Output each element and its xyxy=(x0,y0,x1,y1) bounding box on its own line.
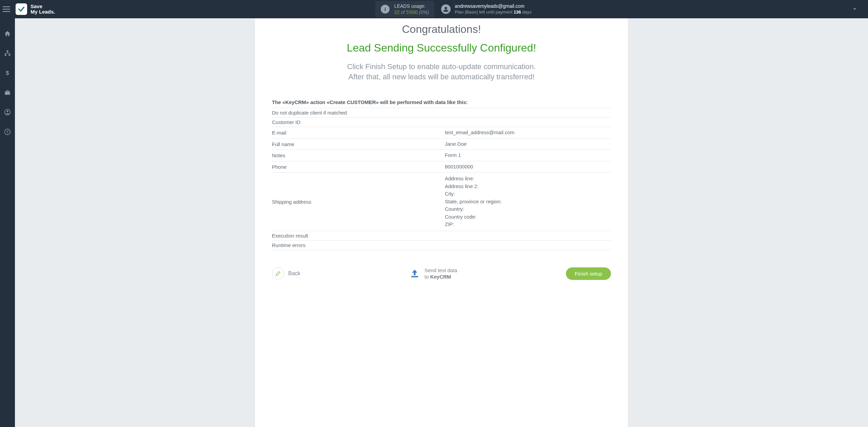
sitemap-icon xyxy=(4,50,11,57)
sidebar-nav: $ ? xyxy=(0,18,15,427)
table-row: Runtime errors xyxy=(272,241,611,250)
send-test-line2: to KeyCRM xyxy=(425,273,457,280)
table-row: Notes Form 1 xyxy=(272,150,611,161)
congrats-heading: Congratulations! xyxy=(272,23,611,36)
table-row: Full name Jane Doe xyxy=(272,139,611,150)
brand-logo[interactable] xyxy=(16,3,27,15)
footer-actions: Back Send test data to KeyCRM Finish set… xyxy=(272,264,611,280)
table-row: Customer ID xyxy=(272,118,611,127)
leads-usage-values: 22 of 5'000 (0%) xyxy=(394,9,429,15)
sidebar-item-billing[interactable]: $ xyxy=(0,68,15,78)
svg-point-0 xyxy=(445,7,447,9)
sidebar-item-help[interactable]: ? xyxy=(0,127,15,137)
send-test-button[interactable]: Send test data to KeyCRM xyxy=(409,267,457,280)
brand-name: Save My Leads. xyxy=(31,4,55,15)
pencil-icon xyxy=(275,270,281,277)
send-test-line1: Send test data xyxy=(425,267,457,274)
chevron-down-icon xyxy=(852,6,858,12)
table-row: Phone 8001000000 xyxy=(272,161,611,173)
main-content: Congratulations! Lead Sending Successful… xyxy=(15,18,868,427)
header-collapse-button[interactable] xyxy=(852,6,861,12)
setup-complete-card: Congratulations! Lead Sending Successful… xyxy=(255,18,628,427)
back-label: Back xyxy=(288,270,300,277)
success-heading: Lead Sending Successfully Configured! xyxy=(272,42,611,54)
info-icon: i xyxy=(381,5,390,14)
leads-usage-label: LEADS usage: xyxy=(394,3,429,9)
table-row: Execution result xyxy=(272,231,611,241)
sidebar-item-home[interactable] xyxy=(0,28,15,39)
avatar xyxy=(441,4,451,14)
user-icon xyxy=(443,6,449,12)
finish-setup-button[interactable]: Finish setup xyxy=(566,267,611,280)
user-plan: Plan |Basic| left until payment 136 days xyxy=(455,9,532,15)
table-row: Shipping address Address line: Address l… xyxy=(272,172,611,231)
checkmark-icon xyxy=(18,5,25,13)
table-row: E-mail test_email_address@mail.com xyxy=(272,127,611,139)
sidebar-item-connections[interactable] xyxy=(0,48,15,58)
svg-text:$: $ xyxy=(6,70,9,76)
back-button[interactable]: Back xyxy=(272,267,300,280)
svg-rect-10 xyxy=(411,276,418,278)
svg-text:?: ? xyxy=(6,129,8,134)
table-row: Do not duplicate client if matched xyxy=(272,108,611,118)
home-icon xyxy=(4,30,11,37)
svg-rect-3 xyxy=(8,54,10,56)
action-description: The «KeyCRM» action «Create CUSTOMER» wi… xyxy=(272,99,611,108)
instruction-text: Click Finish Setup to enable auto-update… xyxy=(272,62,611,82)
svg-point-7 xyxy=(7,110,8,112)
user-circle-icon xyxy=(4,109,11,116)
sidebar-item-account[interactable] xyxy=(0,107,15,117)
preview-data-table: Do not duplicate client if matched Custo… xyxy=(272,108,611,250)
question-icon: ? xyxy=(4,128,11,135)
upload-icon xyxy=(409,268,420,279)
briefcase-icon xyxy=(4,89,11,96)
dollar-icon: $ xyxy=(4,69,11,76)
svg-rect-2 xyxy=(5,54,6,56)
user-account-block[interactable]: andrewsavemyleads@gmail.com Plan |Basic|… xyxy=(441,3,532,15)
user-email: andrewsavemyleads@gmail.com xyxy=(455,3,532,9)
menu-toggle-button[interactable] xyxy=(3,4,12,14)
svg-rect-5 xyxy=(5,92,10,95)
leads-usage-panel[interactable]: i LEADS usage: 22 of 5'000 (0%) xyxy=(375,1,434,17)
svg-rect-1 xyxy=(7,50,8,52)
top-header: Save My Leads. i LEADS usage: 22 of 5'00… xyxy=(0,0,868,18)
sidebar-item-business[interactable] xyxy=(0,87,15,98)
